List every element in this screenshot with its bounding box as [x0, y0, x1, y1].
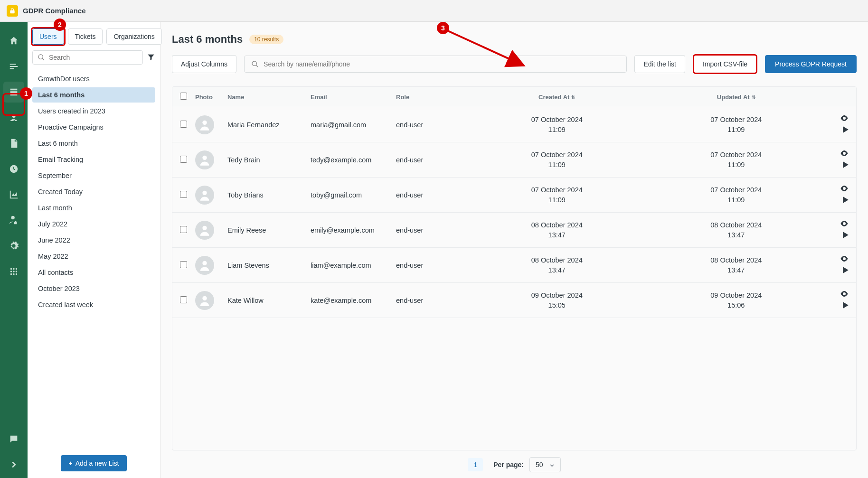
view-icon[interactable]: [840, 220, 849, 228]
list-item[interactable]: September: [32, 168, 155, 183]
svg-point-14: [202, 190, 207, 195]
view-icon[interactable]: [840, 115, 849, 122]
import-csv-button[interactable]: Import CSV-file: [693, 54, 757, 74]
add-list-label: Add a new List: [75, 459, 119, 467]
edit-list-button[interactable]: Edit the list: [634, 55, 685, 73]
cell-role: end-user: [396, 262, 467, 269]
header-name: Name: [227, 94, 311, 101]
table-row: Toby Brianstoby@gmail.comend-user07 Octo…: [172, 178, 856, 213]
play-icon[interactable]: [843, 267, 849, 275]
view-icon[interactable]: [840, 185, 849, 193]
cell-created: 07 October 202411:09: [531, 150, 583, 169]
list-item[interactable]: July 2022: [32, 216, 155, 232]
tab-label: Users: [39, 33, 57, 40]
svg-point-4: [10, 271, 12, 272]
svg-point-12: [202, 120, 207, 124]
rail-home-icon[interactable]: [3, 30, 24, 51]
list-item[interactable]: Proactive Campaigns: [32, 120, 155, 135]
list-item[interactable]: GrowthDot users: [32, 71, 155, 86]
row-checkbox[interactable]: [180, 156, 187, 163]
adjust-columns-button[interactable]: Adjust Columns: [172, 55, 236, 73]
view-icon[interactable]: [840, 291, 849, 298]
cell-name: Liam Stevens: [227, 262, 311, 269]
main-search-input[interactable]: [244, 56, 627, 73]
per-page-label: Per page:: [493, 461, 524, 469]
filter-icon[interactable]: [147, 53, 155, 63]
svg-point-5: [13, 271, 15, 272]
header-role: Role: [396, 94, 467, 101]
rail-chat-icon[interactable]: [3, 429, 24, 450]
select-all-checkbox[interactable]: [180, 93, 187, 100]
svg-point-11: [252, 61, 256, 66]
saved-lists: GrowthDot usersLast 6 monthsUsers create…: [32, 71, 155, 450]
list-item[interactable]: Last 6 months: [32, 87, 155, 103]
list-item[interactable]: May 2022: [32, 249, 155, 264]
tab-tickets[interactable]: Tickets: [68, 28, 103, 45]
add-list-button[interactable]: + Add a new List: [61, 455, 126, 471]
sidebar-search-input[interactable]: [32, 50, 143, 65]
table-row: Tedy Braintedy@example.comend-user07 Oct…: [172, 142, 856, 178]
list-item[interactable]: Last 6 month: [32, 136, 155, 151]
main-search-field[interactable]: [264, 60, 620, 68]
avatar: [195, 186, 214, 205]
rail-gear-icon[interactable]: [3, 235, 24, 256]
row-checkbox[interactable]: [180, 191, 187, 198]
table-row: Maria Fernandezmaria@gmail.comend-user07…: [172, 107, 856, 142]
cell-updated: 07 October 202411:09: [710, 185, 762, 205]
table-header: Photo Name Email Role Created At⇅ Update…: [172, 87, 856, 107]
list-item[interactable]: Created last week: [32, 297, 155, 312]
row-checkbox[interactable]: [180, 261, 187, 268]
row-checkbox[interactable]: [180, 296, 187, 303]
rail-apps-icon[interactable]: [3, 261, 24, 282]
tab-organizations[interactable]: Organizations: [106, 28, 161, 45]
play-icon[interactable]: [843, 197, 849, 205]
sidebar-search-field[interactable]: [49, 54, 138, 61]
plus-icon: +: [68, 459, 72, 467]
per-page-select[interactable]: 50: [529, 457, 561, 472]
avatar: [195, 256, 214, 275]
cell-role: end-user: [396, 297, 467, 304]
list-item[interactable]: Last month: [32, 200, 155, 216]
row-checkbox[interactable]: [180, 121, 187, 128]
rail-person-check-icon[interactable]: [3, 107, 24, 128]
view-icon[interactable]: [840, 150, 849, 158]
process-gdpr-button[interactable]: Process GDPR Request: [765, 55, 857, 73]
list-item[interactable]: Created Today: [32, 184, 155, 199]
list-item[interactable]: October 2023: [32, 281, 155, 296]
list-item[interactable]: Email Tracking: [32, 152, 155, 167]
results-count-badge: 10 results: [249, 35, 283, 44]
page-title: Last 6 months: [172, 33, 243, 46]
header-created[interactable]: Created At⇅: [467, 94, 647, 101]
avatar: [195, 115, 214, 134]
cell-role: end-user: [396, 121, 467, 129]
svg-point-16: [202, 261, 207, 265]
rail-chart-icon[interactable]: [3, 184, 24, 205]
cell-email: maria@gmail.com: [311, 121, 396, 129]
per-page-value: 50: [536, 461, 543, 469]
svg-point-10: [38, 55, 43, 59]
play-icon[interactable]: [843, 161, 849, 169]
row-checkbox[interactable]: [180, 226, 187, 233]
play-icon[interactable]: [843, 126, 849, 134]
cell-updated: 07 October 202411:09: [710, 150, 762, 169]
play-icon[interactable]: [843, 302, 849, 310]
play-icon[interactable]: [843, 232, 849, 240]
rail-chevron-right-icon[interactable]: [3, 454, 24, 475]
cell-name: Tedy Brain: [227, 156, 311, 164]
svg-point-6: [16, 271, 18, 272]
view-icon[interactable]: [840, 255, 849, 263]
rail-clock-icon[interactable]: [3, 159, 24, 179]
rail-document-icon[interactable]: [3, 133, 24, 154]
rail-lines-icon[interactable]: [3, 56, 24, 77]
tab-users[interactable]: Users 2: [32, 28, 64, 45]
list-item[interactable]: June 2022: [32, 233, 155, 248]
list-item[interactable]: Users created in 2023: [32, 103, 155, 119]
app-logo-icon: [7, 5, 18, 17]
header-photo: Photo: [195, 94, 227, 101]
list-item[interactable]: All contacts: [32, 265, 155, 280]
svg-point-15: [202, 225, 207, 230]
header-updated[interactable]: Updated At⇅: [647, 94, 826, 101]
page-number[interactable]: 1: [468, 458, 483, 471]
rail-user-lock-icon[interactable]: [3, 210, 24, 231]
cell-name: Emily Reese: [227, 226, 311, 234]
